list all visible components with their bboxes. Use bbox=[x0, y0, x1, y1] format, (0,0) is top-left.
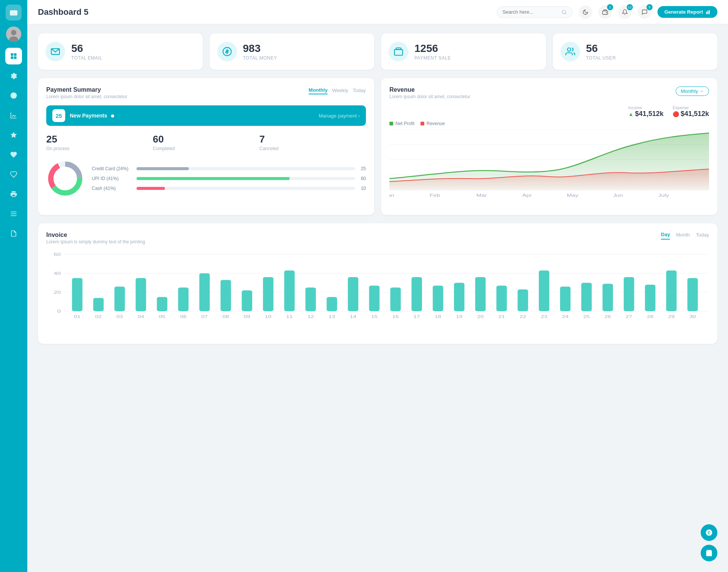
bar-09[interactable] bbox=[242, 290, 253, 311]
revenue-title: Revenue bbox=[389, 86, 470, 93]
user-stat-icon bbox=[560, 42, 580, 61]
progress-label-upi: UPI ID (41%) bbox=[92, 176, 133, 181]
bar-14[interactable] bbox=[348, 277, 358, 311]
sidebar-item-print[interactable] bbox=[5, 186, 22, 202]
payment-bottom: Credit Card (24%) 25 UPI ID (41%) 60 bbox=[46, 160, 366, 197]
svg-rect-19 bbox=[706, 11, 707, 14]
bar-08[interactable] bbox=[221, 280, 231, 312]
payment-tabs: Monthly Weekly Today bbox=[309, 86, 366, 94]
bar-23[interactable] bbox=[539, 271, 549, 312]
bar-15[interactable] bbox=[369, 286, 380, 312]
progress-list: Credit Card (24%) 25 UPI ID (41%) 60 bbox=[92, 166, 366, 191]
bar-label-24: 24 bbox=[562, 315, 568, 319]
bar-02[interactable] bbox=[93, 298, 104, 311]
svg-point-25 bbox=[567, 48, 571, 51]
generate-report-button[interactable]: Generate Report bbox=[657, 6, 717, 18]
bar-06[interactable] bbox=[178, 288, 189, 312]
email-label: TOTAL EMAIL bbox=[71, 55, 102, 61]
sidebar-item-info[interactable] bbox=[5, 87, 22, 104]
sidebar-item-dashboard[interactable] bbox=[5, 48, 22, 64]
bar-label-12: 12 bbox=[308, 315, 314, 319]
payment-summary-title-area: Payment Summary Lorem ipsum dolor sit am… bbox=[46, 86, 127, 99]
email-icon bbox=[46, 42, 65, 61]
revenue-subtitle: Lorem ipsum dolor sit amet, consectetur bbox=[389, 94, 470, 99]
bell-button[interactable]: 12 bbox=[618, 5, 632, 19]
sidebar-item-wishlist[interactable] bbox=[5, 146, 22, 163]
cart-fab[interactable] bbox=[701, 545, 717, 561]
stat-card-user: 56 TOTAL USER bbox=[553, 33, 718, 70]
bar-26[interactable] bbox=[602, 284, 613, 312]
bar-label-14: 14 bbox=[350, 315, 356, 319]
bar-11[interactable] bbox=[284, 271, 295, 312]
manage-payment-link[interactable]: Manage payment › bbox=[319, 113, 360, 119]
payment-tab-today[interactable]: Today bbox=[353, 87, 366, 94]
bar-24[interactable] bbox=[560, 287, 571, 311]
bar-27[interactable] bbox=[624, 277, 634, 311]
income-value: ▲ $41,512k bbox=[628, 110, 664, 118]
ps-canceled-label: Canceled bbox=[259, 146, 366, 151]
bar-label-16: 16 bbox=[392, 315, 399, 319]
bar-01[interactable] bbox=[72, 278, 83, 312]
payment-tab-monthly[interactable]: Monthly bbox=[309, 86, 328, 94]
bar-05[interactable] bbox=[157, 297, 168, 312]
stat-user-info: 56 TOTAL USER bbox=[586, 42, 616, 61]
invoice-tab-today[interactable]: Today bbox=[696, 232, 709, 240]
bar-30[interactable] bbox=[687, 278, 698, 312]
revenue-monthly-dropdown[interactable]: Monthly bbox=[676, 86, 709, 96]
revenue-dropdown-label: Monthly bbox=[681, 88, 698, 94]
svg-text:May: May bbox=[567, 193, 579, 197]
sidebar-item-favorites[interactable] bbox=[5, 127, 22, 143]
sidebar-item-heart2[interactable] bbox=[5, 166, 22, 183]
bar-21[interactable] bbox=[496, 286, 507, 312]
invoice-tab-day[interactable]: Day bbox=[661, 232, 670, 240]
bell-badge: 12 bbox=[627, 4, 633, 10]
bar-07[interactable] bbox=[199, 273, 210, 311]
header: Dashboard 5 2 12 5 Generate Repo bbox=[27, 0, 728, 24]
ps-on-process-value: 25 bbox=[46, 133, 153, 145]
svg-rect-15 bbox=[11, 215, 17, 216]
ps-completed-value: 60 bbox=[153, 133, 259, 145]
bar-10[interactable] bbox=[263, 277, 274, 311]
bar-03[interactable] bbox=[115, 287, 125, 311]
bar-16[interactable] bbox=[390, 288, 401, 312]
bar-18[interactable] bbox=[433, 286, 443, 312]
bar-25[interactable] bbox=[581, 283, 592, 311]
bar-19[interactable] bbox=[454, 283, 464, 311]
support-fab[interactable] bbox=[701, 524, 717, 541]
bar-label-30: 30 bbox=[689, 315, 696, 319]
bar-12[interactable] bbox=[305, 288, 316, 312]
bar-20[interactable] bbox=[475, 277, 486, 311]
bar-13[interactable] bbox=[326, 297, 337, 312]
stat-payment-info: 1256 PAYMENT SALE bbox=[414, 42, 451, 61]
payment-value: 1256 bbox=[414, 42, 451, 55]
progress-bar-fill-upi bbox=[136, 177, 290, 180]
sidebar-item-docs[interactable] bbox=[5, 225, 22, 242]
bar-28[interactable] bbox=[645, 285, 656, 311]
bar-04[interactable] bbox=[136, 278, 146, 312]
bar-22[interactable] bbox=[518, 290, 528, 312]
dark-mode-button[interactable] bbox=[579, 5, 592, 19]
bar-17[interactable] bbox=[411, 277, 422, 311]
svg-rect-8 bbox=[14, 56, 17, 59]
income-label: Income bbox=[628, 105, 664, 110]
payment-tab-weekly[interactable]: Weekly bbox=[332, 87, 348, 94]
sidebar-item-settings[interactable] bbox=[5, 67, 22, 84]
invoice-tab-month[interactable]: Month bbox=[676, 232, 690, 240]
svg-point-3 bbox=[11, 30, 16, 35]
search-box[interactable] bbox=[497, 6, 573, 18]
svg-point-16 bbox=[562, 10, 566, 13]
chat-button[interactable]: 5 bbox=[638, 5, 651, 19]
svg-text:20: 20 bbox=[54, 290, 61, 295]
sidebar bbox=[0, 0, 27, 572]
invoice-header: Invoice Lorem Ipsum is simply dummy text… bbox=[46, 232, 709, 244]
revenue-label-legend: Revenue bbox=[427, 121, 445, 126]
search-input[interactable] bbox=[502, 9, 559, 15]
invoice-tabs: Day Month Today bbox=[661, 232, 709, 240]
bar-29[interactable] bbox=[666, 271, 677, 312]
sidebar-logo[interactable] bbox=[6, 5, 22, 20]
sidebar-item-analytics[interactable] bbox=[5, 107, 22, 124]
user-avatar[interactable] bbox=[6, 27, 21, 42]
wallet-button[interactable]: 2 bbox=[598, 5, 612, 19]
sidebar-item-list[interactable] bbox=[5, 205, 22, 222]
progress-val-upi: 60 bbox=[358, 176, 366, 181]
